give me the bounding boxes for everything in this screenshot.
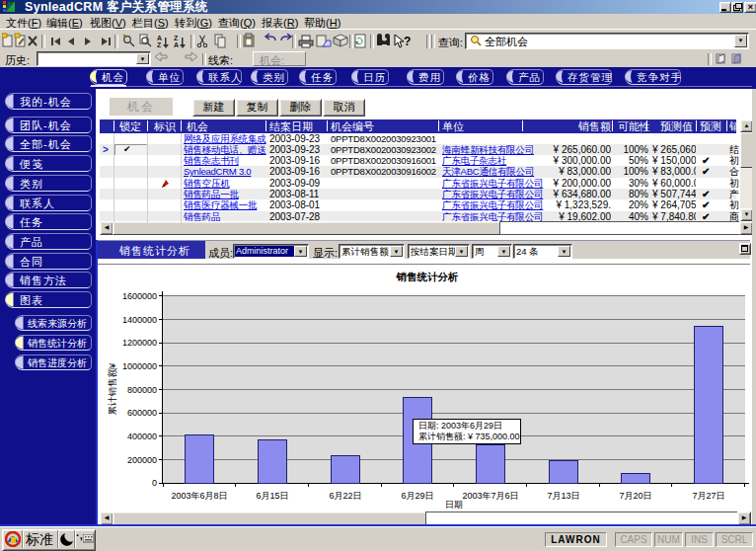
svg-text:200000: 200000: [127, 455, 157, 465]
svg-text:Z: Z: [157, 41, 162, 48]
svg-text:Z: Z: [174, 35, 179, 41]
svg-text:7月13日: 7月13日: [547, 491, 579, 501]
svg-text:6月15日: 6月15日: [256, 491, 288, 501]
svg-text:7月20日: 7月20日: [619, 491, 651, 501]
svg-text:2003年7月6日: 2003年7月6日: [462, 491, 518, 501]
svg-text:0: 0: [152, 478, 157, 488]
svg-text:1400000: 1400000: [122, 315, 157, 325]
svg-text:400000: 400000: [127, 432, 157, 441]
svg-text:800000: 800000: [127, 385, 157, 395]
svg-text:6月22日: 6月22日: [329, 491, 361, 501]
svg-text:?: ?: [404, 35, 411, 48]
svg-text:600000: 600000: [127, 408, 157, 418]
svg-text:A: A: [174, 41, 179, 48]
svg-text:1600000: 1600000: [122, 291, 157, 301]
svg-text:日期: 2003年6月29日: 日期: 2003年6月29日: [418, 421, 502, 431]
svg-text:A: A: [157, 35, 162, 41]
svg-text:1200000: 1200000: [122, 338, 157, 348]
svg-text:累计销售额: ¥ 735,000.00: 累计销售额: ¥ 735,000.00: [418, 432, 520, 441]
svg-text:2003年6月8日: 2003年6月8日: [171, 491, 227, 501]
svg-text:日期: 日期: [445, 500, 463, 510]
svg-text:累计销售额¥: 累计销售额¥: [107, 362, 117, 416]
svg-text:1000000: 1000000: [122, 361, 157, 371]
svg-text:6月29日: 6月29日: [401, 491, 433, 501]
svg-text:7月27日: 7月27日: [692, 491, 724, 501]
svg-text:销售统计分析: 销售统计分析: [396, 271, 460, 282]
